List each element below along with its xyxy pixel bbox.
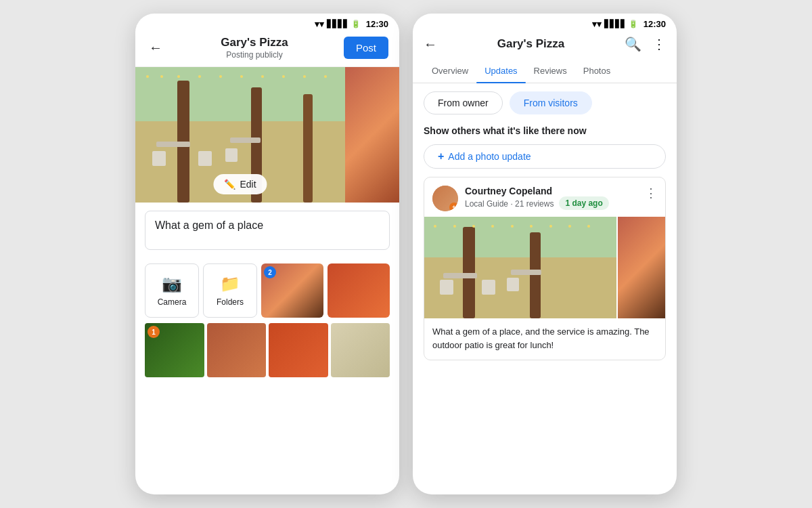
table-1b xyxy=(443,273,477,278)
camera-icon: 📷 xyxy=(162,274,182,293)
main-photo: ✏️ Edit xyxy=(135,67,345,203)
reviewer-avatar: + xyxy=(432,186,458,211)
caption-text: What a gem of a place xyxy=(155,219,263,231)
post-header: ← Gary's Pizza Posting publicly Post xyxy=(135,32,399,67)
time-badge: 1 day ago xyxy=(559,196,608,210)
chair-1 xyxy=(152,151,166,166)
status-icons-2: ▾▾ ▋▋▋▋ 🔋 12:30 xyxy=(592,19,666,29)
media-row: 📷 Camera 📁 Folders 2 xyxy=(135,258,399,323)
reviewer-meta-row: Local Guide · 21 reviews 1 day ago xyxy=(465,196,638,210)
chair-3 xyxy=(225,148,238,162)
sky-bg-2 xyxy=(424,217,616,257)
tabs-row: Overview Updates Reviews Photos xyxy=(413,59,677,83)
photo-grid-item-6[interactable] xyxy=(331,323,390,377)
edit-label: Edit xyxy=(240,179,256,190)
phone-post-screen: ▾▾ ▋▋▋▋ 🔋 12:30 ← Gary's Pizza Posting p… xyxy=(135,14,399,494)
chair-2 xyxy=(198,151,212,166)
secondary-photo xyxy=(345,67,399,203)
reviewer-info: Courtney Copeland Local Guide · 21 revie… xyxy=(465,186,638,210)
chair-3b xyxy=(507,278,519,291)
back-button-1[interactable]: ← xyxy=(146,37,165,58)
signal-icon-2: ▋▋▋▋ xyxy=(604,20,626,28)
tab-overview[interactable]: Overview xyxy=(424,59,476,83)
photo-grid-item-5[interactable] xyxy=(269,323,328,377)
chair-2b xyxy=(482,280,495,295)
status-icons-1: ▾▾ ▋▋▋▋ 🔋 12:30 xyxy=(315,19,388,29)
signal-icon: ▋▋▋▋ xyxy=(327,20,348,28)
add-photo-label: Add a photo update xyxy=(448,151,531,162)
photo-grid-item-2[interactable] xyxy=(328,263,390,318)
wifi-icon: ▾▾ xyxy=(315,19,324,29)
edit-photo-button[interactable]: ✏️ Edit xyxy=(213,174,267,194)
status-bar-2: ▾▾ ▋▋▋▋ 🔋 12:30 xyxy=(413,14,677,32)
tree-3 xyxy=(303,94,313,203)
more-options-icon[interactable]: ⋮ xyxy=(652,36,666,52)
tree-2b xyxy=(530,232,541,319)
photo-grid-item-1[interactable]: 2 xyxy=(261,263,323,318)
pencil-icon: ✏️ xyxy=(224,179,235,190)
photo-grid-item-3[interactable]: 1 xyxy=(145,323,204,377)
post-button[interactable]: Post xyxy=(344,37,388,59)
battery-icon-2: 🔋 xyxy=(629,20,638,28)
caption-input[interactable]: What a gem of a place xyxy=(145,211,390,250)
folders-button[interactable]: 📁 Folders xyxy=(203,263,257,318)
show-others-text: Show others what it's like there now xyxy=(413,123,677,142)
from-owner-button[interactable]: From owner xyxy=(424,91,503,114)
restaurant-title-1: Gary's Pizza xyxy=(221,36,288,49)
photo-badge-1: 1 xyxy=(148,326,160,338)
camera-label: Camera xyxy=(158,297,187,307)
review-photo-main xyxy=(424,217,616,318)
plus-icon: + xyxy=(438,150,444,163)
table-2b xyxy=(511,270,541,275)
header-actions: 🔍 ⋮ xyxy=(625,36,666,52)
clock-1: 12:30 xyxy=(366,19,388,29)
camera-button[interactable]: 📷 Camera xyxy=(145,263,199,318)
wifi-icon-2: ▾▾ xyxy=(592,19,602,29)
phone-reviews-screen: ▾▾ ▋▋▋▋ 🔋 12:30 ← Gary's Pizza 🔍 ⋮ Overv… xyxy=(413,14,677,494)
chair-1b xyxy=(440,280,453,295)
add-photo-update-button[interactable]: + Add a photo update xyxy=(424,144,666,169)
status-bar-1: ▾▾ ▋▋▋▋ 🔋 12:30 xyxy=(135,14,399,32)
review-photo-side xyxy=(618,217,665,318)
outdoor-scene-2 xyxy=(424,217,616,318)
table-2 xyxy=(230,137,261,143)
table-1 xyxy=(156,142,190,147)
tab-photos[interactable]: Photos xyxy=(575,59,618,83)
search-icon[interactable]: 🔍 xyxy=(625,36,641,52)
review-text: What a gem of a place, and the service i… xyxy=(424,318,665,360)
reviews-header: ← Gary's Pizza 🔍 ⋮ xyxy=(413,32,677,59)
toggle-row: From owner From visitors xyxy=(413,83,677,123)
photo-grid-item-4[interactable] xyxy=(207,323,267,377)
review-card: + Courtney Copeland Local Guide · 21 rev… xyxy=(424,177,666,360)
review-header: + Courtney Copeland Local Guide · 21 rev… xyxy=(424,177,665,217)
local-guide-badge: + xyxy=(449,203,458,211)
tab-updates[interactable]: Updates xyxy=(476,59,525,83)
restaurant-title-2: Gary's Pizza xyxy=(443,37,619,51)
photo-preview: ✏️ Edit xyxy=(135,67,399,203)
review-photos xyxy=(424,217,665,318)
header-center-1: Gary's Pizza Posting publicly xyxy=(221,36,288,60)
fairy-lights-2 xyxy=(424,225,616,227)
reviewer-name: Courtney Copeland xyxy=(465,186,638,196)
reviewer-meta: Local Guide · 21 reviews xyxy=(465,199,554,209)
review-more-icon[interactable]: ⋮ xyxy=(645,186,657,200)
posting-publicly-label: Posting publicly xyxy=(221,50,288,60)
folders-label: Folders xyxy=(217,297,244,307)
folders-icon: 📁 xyxy=(220,274,240,293)
clock-2: 12:30 xyxy=(644,19,666,29)
back-button-2[interactable]: ← xyxy=(424,37,437,52)
photo-badge-2: 2 xyxy=(264,266,276,278)
photo-grid-bottom: 1 xyxy=(135,323,399,377)
battery-icon: 🔋 xyxy=(351,20,361,28)
fairy-lights xyxy=(135,75,345,77)
from-visitors-button[interactable]: From visitors xyxy=(510,91,592,114)
tab-reviews[interactable]: Reviews xyxy=(526,59,575,83)
